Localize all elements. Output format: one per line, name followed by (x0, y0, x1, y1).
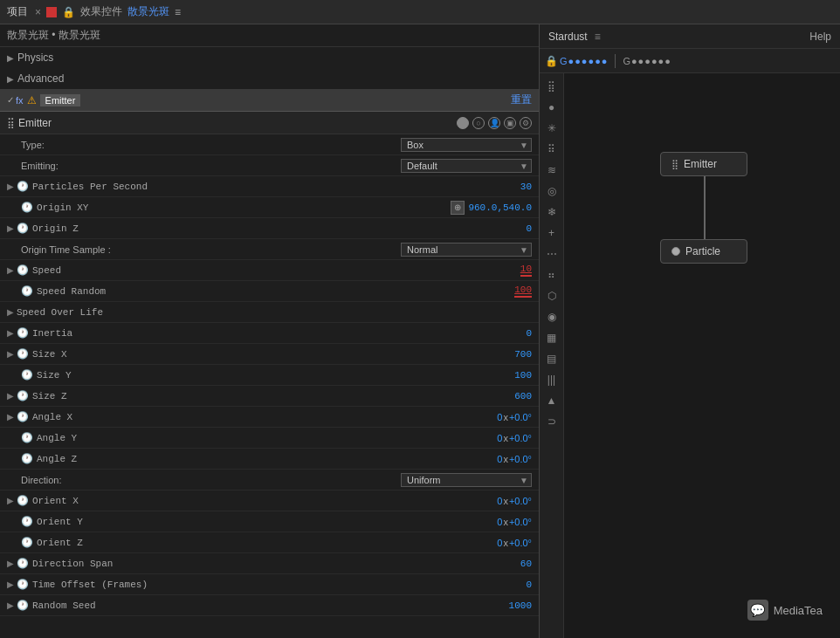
sidebar-scatter-icon[interactable]: ⠿ (542, 140, 561, 159)
origin-z-arrow[interactable]: ▶ (7, 223, 14, 233)
angle-z-val-deg[interactable]: +0.0° (509, 454, 532, 464)
wechat-symbol: 💬 (750, 603, 765, 617)
properties-scroll[interactable]: ▶ Physics ▶ Advanced ✓ fx ⚠ Emitter 重置 ⣿… (0, 47, 539, 638)
emitter-node[interactable]: ⣿ Emitter (660, 152, 747, 176)
emitter-button[interactable]: Emitter (40, 94, 81, 106)
sidebar-bars-icon[interactable]: ||| (542, 370, 561, 389)
origin-time-sample-row: Origin Time Sample : Normal Subframe ▼ (0, 239, 539, 260)
origin-z-clock-icon: 🕐 (17, 223, 29, 234)
close-tab-icon[interactable]: × (35, 6, 41, 18)
ctrl-dot2[interactable]: ○ (472, 117, 485, 129)
time-offset-value[interactable]: 0 (526, 580, 532, 590)
angle-x-val-deg[interactable]: +0.0° (509, 412, 532, 422)
sidebar-star-icon[interactable]: ✳ (542, 119, 561, 138)
size-y-label: Size Y (37, 370, 514, 381)
direction-span-value[interactable]: 60 (520, 559, 532, 569)
sidebar-grid-icon[interactable]: ⣿ (542, 77, 561, 96)
angle-y-val-deg[interactable]: +0.0° (509, 433, 532, 443)
sidebar-sphere-icon[interactable]: ◉ (542, 307, 561, 326)
time-offset-arrow[interactable]: ▶ (7, 580, 14, 589)
origin-xy-value[interactable]: 960.0,540.0 (468, 202, 532, 213)
sidebar-circle-icon[interactable]: ● (542, 98, 561, 117)
pps-value[interactable]: 30 (520, 182, 532, 192)
random-seed-value[interactable]: 1000 (509, 600, 532, 611)
orient-x-arrow[interactable]: ▶ (7, 496, 14, 505)
sidebar-item-physics[interactable]: ▶ Physics (0, 47, 539, 68)
inertia-value[interactable]: 0 (526, 328, 532, 339)
sidebar-item-advanced[interactable]: ▶ Advanced (0, 68, 539, 89)
sidebar-cube-icon[interactable]: ⬡ (542, 286, 561, 305)
type-dropdown[interactable]: Box Sphere Cone (401, 138, 532, 152)
direction-dropdown[interactable]: Uniform Directional (401, 473, 532, 487)
orient-y-val-x[interactable]: 0 (497, 517, 502, 527)
direction-row: Direction: Uniform Directional ▼ (0, 470, 539, 491)
size-z-arrow[interactable]: ▶ (7, 391, 14, 401)
direction-span-label: Direction Span (32, 559, 520, 569)
sidebar-link-icon[interactable]: ⊃ (542, 412, 561, 431)
speed-value[interactable]: 10 (520, 264, 532, 277)
stardust-menu-icon[interactable]: ≡ (595, 31, 601, 43)
orient-z-label: Orient Z (37, 538, 497, 548)
stardust-toolbar: 🔒 G●●●●●● G●●●●●● (540, 49, 840, 73)
angle-z-val-x[interactable]: 0 (497, 454, 502, 464)
highlight-label: 散景光斑 (127, 4, 169, 19)
pps-clock-icon: 🕐 (17, 181, 29, 192)
direction-span-arrow[interactable]: ▶ (7, 559, 14, 568)
orient-y-val-deg[interactable]: +0.0° (509, 517, 532, 527)
sidebar-snowflake-icon[interactable]: ❄ (542, 202, 561, 222)
pps-arrow[interactable]: ▶ (7, 182, 14, 191)
emitting-dropdown[interactable]: Default Custom (401, 159, 532, 173)
sidebar-arrow-up-icon[interactable]: ▲ (542, 391, 561, 410)
orient-z-val-deg[interactable]: +0.0° (509, 538, 532, 548)
origin-z-row: ▶ 🕐 Origin Z 0 (0, 218, 539, 239)
angle-x-arrow[interactable]: ▶ (7, 412, 14, 422)
speed-over-life-arrow[interactable]: ▶ (7, 307, 14, 317)
sidebar-list-icon[interactable]: ▤ (542, 349, 561, 368)
sidebar-plus-icon[interactable]: + (542, 223, 561, 243)
fx-row: ✓ fx ⚠ Emitter 重置 (0, 89, 539, 112)
side-icon-bar: ⣿ ● ✳ ⠿ ≋ ◎ ❄ + ⋯ ⠶ ⬡ ◉ ▦ ▤ ||| ▲ ⊃ (540, 73, 564, 638)
origin-time-dropdown[interactable]: Normal Subframe (401, 243, 532, 257)
type-dropdown-wrapper[interactable]: Box Sphere Cone ▼ (401, 138, 532, 152)
random-seed-arrow[interactable]: ▶ (7, 600, 14, 610)
size-y-row: 🕐 Size Y 100 (0, 365, 539, 386)
origin-xy-row: 🕐 Origin XY ⊕ 960.0,540.0 (0, 197, 539, 218)
angle-x-val-x[interactable]: 0 (497, 412, 502, 422)
orient-z-val-x[interactable]: 0 (497, 538, 502, 548)
inertia-arrow[interactable]: ▶ (7, 328, 14, 338)
origin-z-value[interactable]: 0 (526, 223, 532, 234)
ctrl-square[interactable]: ▣ (504, 117, 516, 129)
particle-node[interactable]: Particle (660, 239, 747, 264)
stardust-help-button[interactable]: Help (809, 31, 831, 43)
orient-x-val-x[interactable]: 0 (497, 496, 502, 506)
size-y-value[interactable]: 100 (514, 370, 532, 381)
angle-y-val-x[interactable]: 0 (497, 433, 502, 443)
orient-x-val-deg[interactable]: +0.0° (509, 496, 532, 506)
sidebar-slash-icon[interactable]: ▦ (542, 328, 561, 347)
direction-dropdown-wrapper[interactable]: Uniform Directional ▼ (401, 473, 532, 487)
speed-arrow[interactable]: ▶ (7, 265, 14, 275)
size-x-arrow[interactable]: ▶ (7, 349, 14, 359)
size-z-value[interactable]: 600 (514, 391, 532, 401)
sidebar-dots-circle-icon[interactable]: ⋯ (542, 244, 561, 264)
origin-xy-crosshair-icon[interactable]: ⊕ (451, 201, 465, 215)
wechat-icon: 💬 (747, 600, 768, 621)
ctrl-dot1[interactable]: ● (457, 117, 469, 129)
time-offset-label: Time Offset (Frames) (32, 580, 526, 590)
ctrl-person[interactable]: 👤 (488, 117, 500, 129)
origin-time-dropdown-wrapper[interactable]: Normal Subframe ▼ (401, 243, 532, 257)
size-x-value[interactable]: 700 (514, 349, 532, 360)
inertia-label: Inertia (32, 328, 526, 339)
ctrl-gear[interactable]: ⚙ (520, 117, 532, 129)
reset-button[interactable]: 重置 (511, 93, 532, 107)
speed-row: ▶ 🕐 Speed 10 (0, 260, 539, 281)
sidebar-six-dots-icon[interactable]: ⠶ (542, 265, 561, 285)
speed-random-value[interactable]: 100 (514, 285, 532, 298)
emitting-dropdown-wrapper[interactable]: Default Custom ▼ (401, 159, 532, 173)
menu-icon[interactable]: ≡ (175, 6, 181, 18)
sidebar-wave-icon[interactable]: ≋ (542, 161, 561, 180)
emitter-subheader: ⣿ Emitter ● ○ 👤 ▣ ⚙ (0, 112, 539, 134)
speed-clock-icon: 🕐 (17, 264, 29, 276)
direction-span-row: ▶ 🕐 Direction Span 60 (0, 553, 539, 574)
sidebar-target-icon[interactable]: ◎ (542, 182, 561, 201)
